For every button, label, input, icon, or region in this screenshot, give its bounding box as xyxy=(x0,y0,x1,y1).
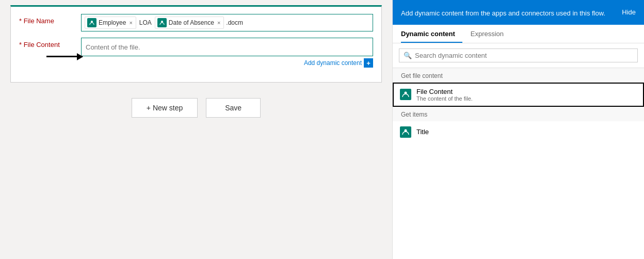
search-row: 🔍 xyxy=(393,43,644,68)
add-dynamic-label: Add dynamic content xyxy=(304,59,362,67)
dynamic-header-text: Add dynamic content from the apps and co… xyxy=(401,8,616,19)
file-content-item-name: File Content xyxy=(416,88,473,95)
bottom-buttons: + New step Save xyxy=(10,98,382,118)
employee-chip-icon xyxy=(87,18,96,27)
file-content-input[interactable] xyxy=(81,38,373,56)
file-content-wrapper: Add dynamic content + xyxy=(81,38,373,68)
file-name-label: File Name xyxy=(19,14,81,25)
title-item-name: Title xyxy=(416,128,429,136)
title-item-icon xyxy=(400,126,411,138)
form-card: File Name Employee × LOA xyxy=(10,5,382,83)
employee-chip-close[interactable]: × xyxy=(129,20,132,26)
file-content-item-text: File Content The content of the file. xyxy=(416,88,473,102)
new-step-button[interactable]: + New step xyxy=(132,98,198,118)
file-content-item-icon xyxy=(400,89,411,100)
plus-icon: + xyxy=(364,58,373,68)
add-dynamic-content-row: Add dynamic content + xyxy=(81,58,373,68)
file-name-row: File Name Employee × LOA xyxy=(19,14,373,31)
file-content-item-desc: The content of the file. xyxy=(416,95,473,102)
section-get-items: Get items xyxy=(393,107,644,121)
add-dynamic-content-link[interactable]: Add dynamic content + xyxy=(304,58,373,68)
date-chip-icon xyxy=(157,18,167,27)
title-item-text: Title xyxy=(416,128,429,136)
date-chip-close[interactable]: × xyxy=(217,20,220,26)
dynamic-content-list: Get file content File Content The conten… xyxy=(393,68,644,260)
tab-dynamic-content[interactable]: Dynamic content xyxy=(401,25,462,43)
tab-expression[interactable]: Expression xyxy=(471,25,511,43)
dynamic-item-title[interactable]: Title xyxy=(393,121,644,143)
section-get-file-content: Get file content xyxy=(393,68,644,83)
search-input[interactable] xyxy=(415,52,633,59)
tabs-row: Dynamic content Expression xyxy=(393,25,644,43)
file-content-label: File Content xyxy=(19,38,81,48)
file-name-input[interactable]: Employee × LOA Date of Absence × xyxy=(81,14,373,31)
loa-text: LOA xyxy=(138,19,153,26)
file-suffix: .docm xyxy=(226,19,243,26)
employee-chip-label: Employee xyxy=(99,19,126,26)
employee-chip[interactable]: Employee × xyxy=(85,17,136,29)
search-box: 🔍 xyxy=(399,48,638,62)
left-panel: File Name Employee × LOA xyxy=(0,0,392,259)
right-panel: Add dynamic content from the apps and co… xyxy=(392,0,644,259)
arrow-line xyxy=(46,56,83,57)
search-icon: 🔍 xyxy=(404,52,412,59)
date-chip-label: Date of Absence xyxy=(169,19,214,26)
dynamic-content-header: Add dynamic content from the apps and co… xyxy=(393,0,644,25)
dynamic-item-file-content[interactable]: File Content The content of the file. xyxy=(393,83,644,107)
arrow-annotation xyxy=(46,56,83,57)
date-of-absence-chip[interactable]: Date of Absence × xyxy=(155,17,224,29)
file-content-row: File Content Add dynamic content + xyxy=(19,38,373,68)
hide-link[interactable]: Hide xyxy=(622,8,636,16)
save-button[interactable]: Save xyxy=(206,98,261,118)
